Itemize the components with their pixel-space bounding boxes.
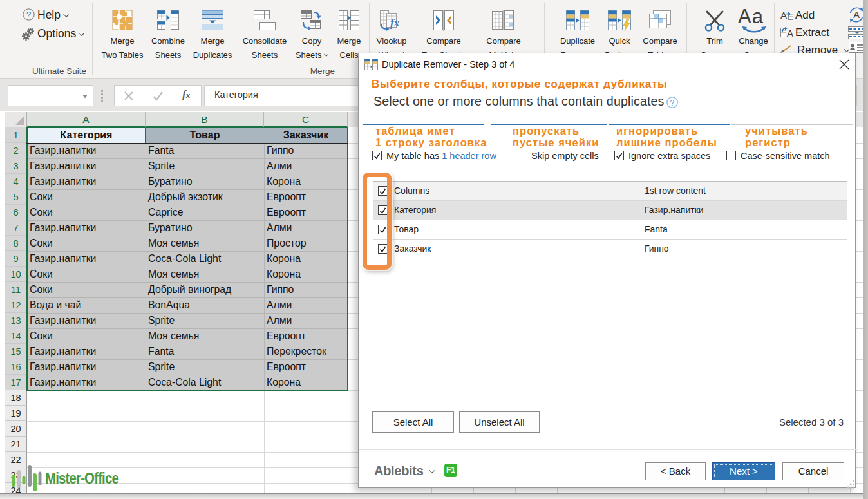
svg-text:fx: fx bbox=[390, 17, 400, 29]
svg-text:?: ? bbox=[26, 10, 31, 19]
svg-text:A: A bbox=[787, 28, 793, 39]
svg-text:A: A bbox=[780, 10, 787, 21]
svg-text:A: A bbox=[853, 10, 860, 20]
svg-text:Mister-Office: Mister-Office bbox=[45, 469, 119, 487]
svg-text:?: ? bbox=[670, 99, 675, 108]
